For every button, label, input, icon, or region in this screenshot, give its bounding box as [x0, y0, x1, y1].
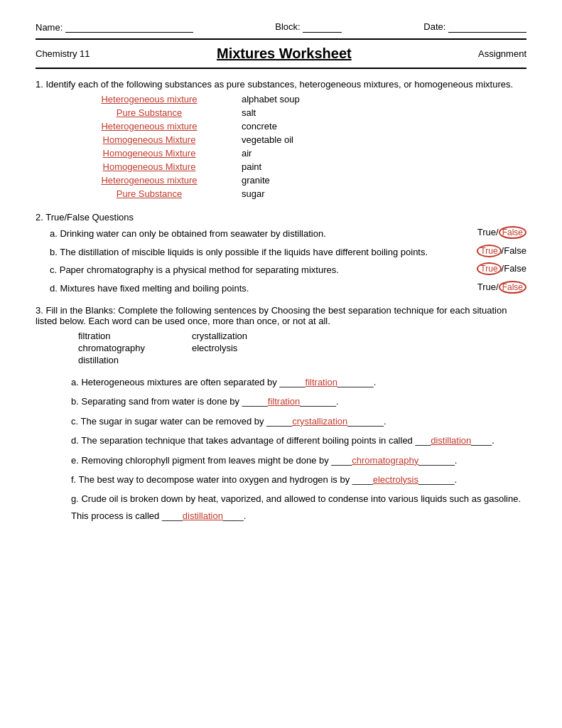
block-block: Block:: [275, 21, 342, 33]
list-letter: a.: [71, 377, 81, 387]
q1-answer: Homogeneous Mixture: [57, 148, 242, 159]
assignment-label: Assignment: [478, 48, 526, 59]
fill-before: Heterogeneous mixtures are often separat…: [81, 377, 305, 387]
name-block: Name:: [36, 21, 193, 33]
q2-list: a. Drinking water can only be obtained f…: [36, 227, 526, 295]
true-part: True: [477, 262, 501, 275]
word-bank: filtrationcrystallizationchromatographye…: [78, 331, 526, 365]
q1-substance: paint: [242, 161, 526, 172]
fill-after: _______.: [418, 474, 457, 485]
tf-text: b. The distillation of miscible liquids …: [50, 245, 448, 259]
list-letter: c.: [71, 416, 81, 427]
section-q2: 2. True/False Questions a. Drinking wate…: [36, 212, 526, 295]
q1-substance: sugar: [242, 188, 526, 199]
q1-grid: Heterogeneous mixturealphabet soupPure S…: [57, 94, 526, 199]
fill-answer: electrolysis: [373, 474, 418, 485]
fill-after: _______.: [300, 396, 338, 407]
list-item: a. Heterogeneous mixtures are often sepa…: [71, 374, 526, 390]
fill-after: ____.: [223, 510, 247, 521]
q1-substance: concrete: [242, 121, 526, 132]
tf-text: c. Paper chromatography is a physical me…: [50, 263, 448, 277]
tf-row: c. Paper chromatography is a physical me…: [36, 263, 526, 277]
word-bank-item: crystallization: [192, 331, 526, 341]
header-rule-1: [36, 38, 526, 40]
fill-after: ____.: [471, 435, 495, 446]
fill-answer: filtration: [306, 377, 338, 387]
q1-answer: Heterogeneous mixture: [57, 175, 242, 186]
fill-before: The sugar in sugar water can be removed …: [81, 416, 293, 427]
false-part: False: [499, 226, 526, 239]
header-rule-2: [36, 68, 526, 69]
tf-answer: True/False: [477, 263, 526, 274]
true-part: True: [477, 245, 501, 257]
list-letter: d.: [71, 435, 81, 446]
word-bank-item: chromatography: [78, 343, 192, 353]
date-label: Date:: [423, 21, 445, 32]
word-bank-item: filtration: [78, 331, 192, 341]
name-label: Name:: [36, 22, 63, 33]
list-item: d. The separation technique that takes a…: [71, 432, 526, 449]
true-part: True: [477, 282, 496, 292]
tf-answer: True/False: [477, 282, 526, 292]
list-letter: b.: [71, 396, 81, 407]
fill-answer: distillation: [431, 435, 471, 446]
tf-answer: True/False: [477, 227, 526, 237]
block-field: [303, 21, 342, 33]
q1-answer: Homogeneous Mixture: [57, 161, 242, 172]
word-bank-item: [192, 355, 526, 365]
section-q3: 3. Fill in the Blanks: Complete the foll…: [36, 305, 526, 524]
fill-before: The separation technique that takes adva…: [81, 435, 431, 446]
q1-intro: 1. Identify each of the following substa…: [36, 79, 526, 90]
q2-title: 2. True/False Questions: [36, 212, 526, 223]
false-part: False: [504, 245, 526, 256]
fill-before: Removing chlorophyll pigment from leaves…: [81, 455, 352, 466]
date-field: [448, 21, 526, 33]
q1-answer: Heterogeneous mixture: [57, 121, 242, 132]
fill-answer: distillation: [183, 510, 223, 521]
block-label: Block:: [275, 21, 300, 32]
list-item: b. Separating sand from water is done by…: [71, 393, 526, 410]
header-main: Chemistry 11 Mixtures Worksheet Assignme…: [36, 43, 526, 65]
tf-text: a. Drinking water can only be obtained f…: [50, 227, 448, 241]
list-item: c. The sugar in sugar water can be remov…: [71, 413, 526, 429]
fill-answer: crystallization: [292, 416, 347, 427]
false-part: False: [499, 281, 526, 294]
q1-substance: granite: [242, 175, 526, 186]
list-item: f. The best way to decompose water into …: [71, 471, 526, 488]
fill-after: _______.: [337, 377, 376, 387]
q1-answer: Pure Substance: [57, 107, 242, 118]
fill-before: Separating sand from water is done by __…: [81, 396, 267, 407]
list-letter: e.: [71, 455, 81, 466]
q3-intro: 3. Fill in the Blanks: Complete the foll…: [36, 305, 526, 326]
word-bank-item: electrolysis: [192, 343, 526, 353]
name-field: [65, 21, 193, 33]
false-part: False: [504, 263, 526, 274]
q1-answer: Heterogeneous mixture: [57, 94, 242, 105]
section-q1: 1. Identify each of the following substa…: [36, 79, 526, 199]
tf-text: d. Mixtures have fixed melting and boili…: [50, 282, 448, 296]
chemistry-label: Chemistry 11: [36, 48, 90, 59]
fill-before: The best way to decompose water into oxy…: [79, 474, 373, 485]
true-part: True: [477, 227, 496, 237]
fill-blank-list: a. Heterogeneous mixtures are often sepa…: [57, 374, 526, 524]
q1-substance: air: [242, 148, 526, 159]
q1-substance: vegetable oil: [242, 134, 526, 145]
date-block: Date:: [423, 21, 526, 33]
fill-answer: chromatography: [352, 455, 418, 466]
q1-substance: alphabet soup: [242, 94, 526, 105]
q1-answer: Homogeneous Mixture: [57, 134, 242, 145]
fill-after: _______.: [418, 455, 457, 466]
fill-answer: filtration: [268, 396, 301, 407]
fill-before: Crude oil is broken down by heat, vapori…: [71, 493, 521, 520]
list-item: g. Crude oil is broken down by heat, vap…: [71, 491, 526, 524]
tf-row: b. The distillation of miscible liquids …: [36, 245, 526, 259]
list-item: e. Removing chlorophyll pigment from lea…: [71, 452, 526, 469]
word-bank-item: distillation: [78, 355, 192, 365]
page-title: Mixtures Worksheet: [90, 46, 479, 62]
list-letter: f.: [71, 474, 79, 485]
q1-substance: salt: [242, 107, 526, 118]
tf-answer: True/False: [477, 245, 526, 256]
q1-answer: Pure Substance: [57, 188, 242, 199]
tf-row: d. Mixtures have fixed melting and boili…: [36, 282, 526, 296]
fill-after: _______.: [347, 416, 386, 427]
